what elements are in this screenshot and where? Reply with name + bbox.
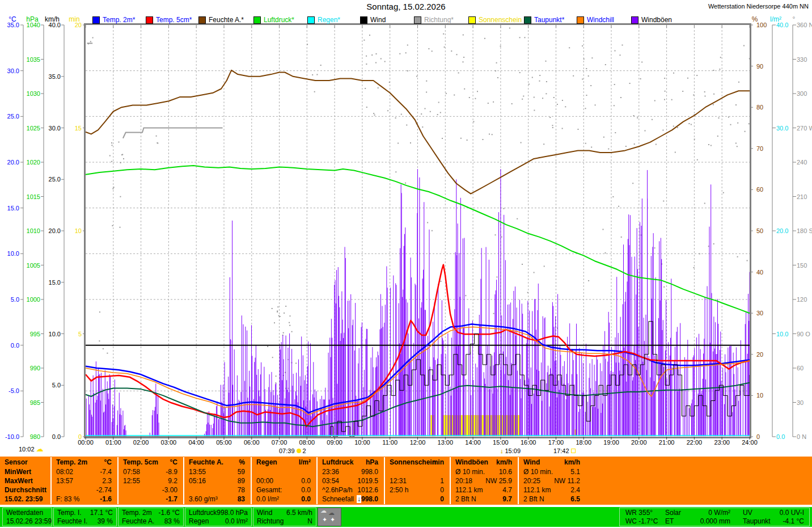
footer-label: Solar [665,509,681,517]
legend-swatch-icon [92,16,100,24]
stats-cell-value: 1019.5 [316,476,378,485]
stats-cell-value: 83 [183,495,245,504]
stats-cell-value: 0.0 [251,476,311,485]
tick-label: 10 [756,392,763,399]
tick-label: 35.0 [43,73,61,80]
tick-label: 30 [797,399,803,406]
tick-label: 0.0 [776,433,785,440]
footer-value: -4.1 °C [762,517,804,526]
tick-label: 20 [64,22,82,28]
tick-label: 10.0 [1,250,19,257]
stats-cell-value: -8.9 [117,467,177,476]
tick-label: 80 [756,104,763,111]
stats-col-unit: °C [117,458,177,467]
tick-label: 1010 [22,227,40,234]
stats-col-unit: l/m² [251,458,311,467]
x-axis-label: 11:00 [382,439,397,446]
stats-cell-value: 0 [384,495,444,504]
legend-label: Regen* [318,16,340,24]
tick-label: 990 [22,365,40,371]
tick-label: 20.0 [1,159,19,166]
legend-swatch-icon [360,16,367,24]
stats-row-label: 15.02. 23:59 [5,495,43,504]
tick-label: 90 [756,63,763,70]
tick-label: 100 [756,22,767,28]
tick-label: 30.0 [43,125,61,132]
stats-cell-value: 9.7 [450,495,512,504]
legend-label: Feuchte A.* [209,16,244,24]
stats-cell-value: 78 [183,485,245,495]
legend-swatch-icon [253,16,261,24]
footer-label: ET [665,517,674,526]
tick-label: 15.0 [43,279,61,286]
tick-label: 40.0 [776,22,788,28]
footer-label: Richtung [257,517,284,526]
weather-chart [0,0,812,528]
x-axis-label: 21:00 [659,439,675,446]
tick-label: 10.0 [776,331,788,337]
stats-col-unit: km/h [518,458,580,467]
cloud-icon: ☁ [36,446,44,452]
footer-cell: Temp. I.17.1 °CFeuchte I.39 % [53,508,117,526]
tick-label: 40 [756,269,763,276]
tick-label: 1040 [22,22,40,28]
tick-label: 120 [797,296,807,303]
stats-cell-value: ↓998.0 [316,495,378,504]
footer-label: Wetterdaten [6,509,43,517]
legend-label: Taupunkt* [534,16,564,24]
stats-cell-value: 4.7 [450,485,512,495]
footer-right-block: WR 355°WC -1.7°CSolar0 W/m²ET0.000 mmUV0… [619,508,810,526]
legend-item-sonnenschein: Sonnenschein [468,16,522,24]
footer-label: Wind [257,509,272,517]
tick-label: 1035 [22,56,40,63]
axis-unit-°: ° [793,15,796,23]
tick-label: 240 [797,159,807,166]
stats-cell-value: 10.6 [450,467,512,476]
stats-row-label: Durchschnitt [5,485,46,495]
tick-label: 1000 [22,296,40,303]
tick-label: 150 [797,262,807,269]
footer-label: UV [743,509,752,517]
arrow-down-icon: ↓ [500,447,504,454]
arrow-down-icon: ↓ [357,495,361,503]
legend-item-temp-5cm-: Temp. 5cm* [146,16,192,24]
tick-label: 270 W [797,125,812,132]
footer-value: 998.0 hPa [217,509,248,517]
footer-value: 0.0 l/m² [225,517,248,526]
x-axis-label: 05:00 [216,439,232,446]
footer-label: Luftdruck [189,509,217,517]
legend-item-luftdruck-: Luftdruck* [253,16,294,24]
footer-cell: Luftdruck998.0 hPaRegen0.0 l/m² [185,508,252,526]
stats-cell-value: 1012.6 [316,485,378,495]
footer-value: 39 % [98,517,113,526]
stats-cell-value: 0 [384,485,444,495]
tick-label: 40.0 [43,22,61,28]
legend-swatch-icon [414,16,421,24]
tick-label: 1030 [22,90,40,97]
footer-label: Temp. 2m [122,509,152,517]
x-axis-label: 07:00 [272,439,287,446]
time-marker: 10:02☁ [19,446,44,453]
tick-label: 0.0 [1,342,19,349]
footer-label: 15.02.26 23:59 [6,517,52,526]
x-axis-label: 06:00 [244,439,260,446]
stats-cell-value: 9.2 [117,476,177,485]
footer-value: 0.000 mm [693,517,730,526]
legend-item-windchill: Windchill [577,16,614,24]
time-marker-text: 10:02 [19,446,35,453]
time-marker-text: 2 [303,447,306,454]
footer-value: 0 W/m² [693,509,730,517]
tick-label: -10.0 [1,433,19,440]
tick-label: 35.0 [1,22,19,28]
tick-label: 50 [756,227,763,234]
snowflake-icon: ✦ [322,516,327,523]
x-axis-label: 09:00 [327,439,342,446]
tick-label: 5 [64,331,82,337]
footer-value: WR 355° [625,509,653,517]
x-axis-label: 14:00 [465,439,481,446]
legend-label: Wind [370,16,386,24]
time-marker-text: 15:09 [505,447,521,454]
footer-label: Feuchte A. [122,517,154,526]
cloud-icon: ☁ [320,507,327,514]
footer-label: Temp. I. [57,509,82,517]
